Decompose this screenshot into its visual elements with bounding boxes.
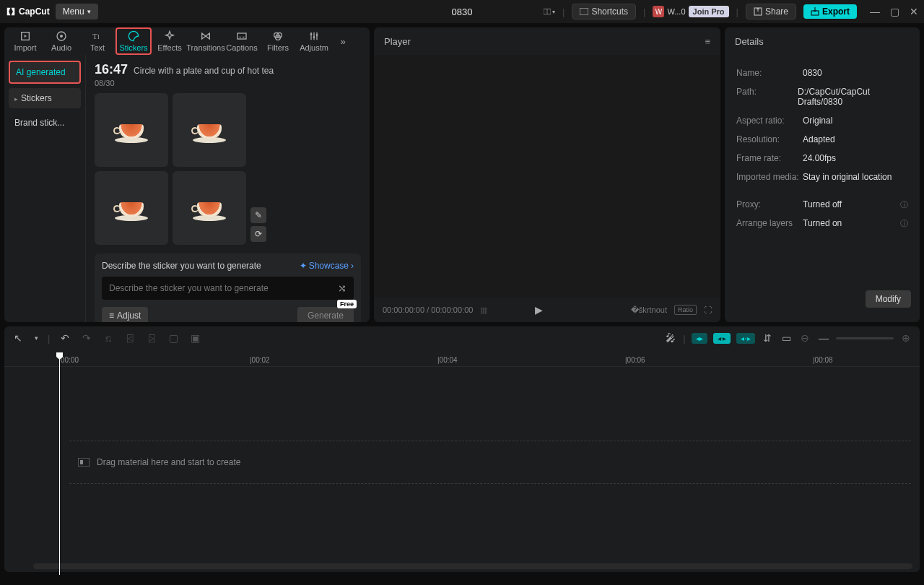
undo-button[interactable]: ↶ [58, 332, 71, 344]
share-button[interactable]: Share [746, 4, 796, 20]
sidebar-item-brand[interactable]: Brand stick... [9, 113, 81, 133]
tab-import[interactable]: Import [7, 27, 43, 55]
tab-effects[interactable]: Effects [152, 27, 188, 55]
detail-fps-label: Frame rate: [736, 153, 803, 163]
details-title: Details [735, 36, 764, 47]
snap-3[interactable]: ◂◦▸ [736, 333, 755, 344]
tab-filters[interactable]: Filters [260, 27, 296, 55]
sticker-result-2[interactable] [173, 93, 246, 167]
titlebar: CapCut Menu▾ 0830 ▾ | Shortcuts | W W...… [0, 0, 924, 23]
zoom-out-icon[interactable]: ⊖ [798, 332, 811, 344]
timeline-toolbar: ↖ ▾ | ↶ ↷ ⎌ ⍃ ⍄ ▢ ▣ 🎤︎ | ◂▸ ◂·▸ ◂◦▸ ⇵ ▭ … [4, 326, 920, 350]
player-menu-icon[interactable]: ≡ [705, 36, 710, 47]
sticker-grid [95, 93, 246, 245]
edit-batch-button[interactable]: ✎ [250, 207, 266, 223]
timeline-scrollbar[interactable] [33, 563, 912, 569]
close-button[interactable]: ✕ [910, 6, 918, 17]
crop-icon[interactable]: �škrtnout [631, 306, 667, 315]
detail-name-label: Name: [736, 68, 803, 78]
svg-rect-17 [78, 458, 90, 467]
split-right-button[interactable]: ⍄ [145, 332, 158, 344]
sidebar-item-ai-generated[interactable]: AI generated [9, 61, 81, 84]
tab-transitions[interactable]: Transitions [188, 27, 224, 55]
prompt-box: Describe the sticker you want to generat… [95, 254, 361, 322]
export-button[interactable]: Export [803, 4, 857, 19]
timeline-ruler[interactable]: 00:00 |00:02 |00:04 |00:06 |00:08 [4, 352, 920, 367]
snap-2[interactable]: ◂·▸ [713, 333, 731, 344]
split-button[interactable]: ⎌ [102, 332, 115, 344]
sidebar-item-stickers[interactable]: Stickers [9, 88, 81, 108]
svg-point-16 [316, 34, 318, 36]
zoom-minus[interactable]: — [817, 332, 830, 344]
ai-generation-area: 16:47 Circle with a plate and cup of hot… [86, 55, 370, 322]
playhead[interactable] [59, 352, 60, 575]
user-pill[interactable]: W W...0 Join Pro [653, 6, 728, 17]
minimize-button[interactable]: — [870, 6, 880, 17]
showcase-button[interactable]: ✦Showcase› [300, 261, 354, 271]
media-icon [78, 458, 90, 467]
link-icon[interactable]: ⇵ [761, 332, 774, 344]
sticker-result-1[interactable] [95, 93, 168, 167]
ratio-button[interactable]: Ratio [674, 305, 697, 315]
share-icon [754, 7, 762, 16]
tab-text[interactable]: TIText [79, 27, 116, 55]
player-panel: Player ≡ 00:00:00:00 / 00:00:00:00 ▥ ▶ �… [374, 27, 720, 322]
timeline-drop-zone[interactable]: Drag material here and start to create [69, 441, 911, 484]
details-panel: Details Name:0830 Path:D:/CapCut/CapCut … [725, 27, 920, 322]
adjust-button[interactable]: ≡Adjust [102, 307, 148, 322]
info-icon[interactable]: ⓘ [900, 199, 908, 210]
compare-icon[interactable]: ▥ [480, 306, 487, 315]
regenerate-button[interactable]: ⟳ [250, 226, 266, 242]
generate-button[interactable]: Generate [297, 307, 354, 322]
zoom-plus[interactable]: ⊕ [899, 332, 912, 344]
pointer-tool[interactable]: ↖ [12, 332, 25, 344]
pointer-dropdown[interactable]: ▾ [33, 334, 39, 342]
layout-icon[interactable]: ▾ [544, 6, 555, 17]
timeline[interactable]: 00:00 |00:02 |00:04 |00:06 |00:08 Drag m… [4, 350, 920, 572]
ruler-mark-3: 00:06 [627, 356, 645, 364]
zoom-slider[interactable] [836, 337, 894, 339]
svg-text:T: T [92, 32, 97, 40]
sticker-icon [128, 30, 139, 42]
capcut-icon [6, 6, 16, 17]
modify-button[interactable]: Modify [866, 290, 911, 308]
sticker-result-3[interactable] [95, 171, 168, 245]
detail-aspect-value: Original [803, 116, 832, 126]
drop-hint-text: Drag material here and start to create [97, 457, 240, 467]
crop-clip-button[interactable]: ▣ [188, 332, 201, 344]
ruler-mark-2: 00:04 [440, 356, 458, 364]
menu-button[interactable]: Menu▾ [56, 4, 98, 20]
tab-stickers[interactable]: Stickers [116, 27, 152, 55]
detail-media-label: Imported media: [736, 172, 803, 182]
redo-button[interactable]: ↷ [80, 332, 93, 344]
maximize-button[interactable]: ▢ [890, 6, 899, 17]
prompt-input[interactable] [109, 283, 338, 293]
teacup-icon [113, 117, 149, 143]
tab-adjustment[interactable]: Adjustm [296, 27, 332, 55]
tab-captions[interactable]: Captions [224, 27, 260, 55]
svg-rect-2 [580, 8, 588, 15]
ruler-mark-1: 00:02 [252, 356, 270, 364]
shortcuts-button[interactable]: Shortcuts [572, 4, 636, 20]
tab-more[interactable]: » [332, 27, 354, 55]
play-button[interactable]: ▶ [535, 304, 543, 316]
sticker-category-list: AI generated Stickers Brand stick... [4, 55, 86, 322]
generation-desc: Circle with a plate and cup of hot tea [134, 66, 274, 76]
shuffle-icon[interactable]: ⤭ [338, 282, 346, 294]
fullscreen-icon[interactable]: ⛶ [704, 306, 712, 314]
tab-audio[interactable]: Audio [43, 27, 79, 55]
svg-rect-10 [237, 33, 246, 39]
detail-proxy-value: Turned off [803, 199, 842, 209]
snap-1[interactable]: ◂▸ [692, 333, 707, 344]
player-viewport[interactable] [374, 55, 720, 298]
detail-layers-label: Arrange layers [736, 218, 803, 228]
sticker-result-4[interactable] [173, 171, 246, 245]
info-icon[interactable]: ⓘ [900, 218, 908, 229]
mic-icon[interactable]: 🎤︎ [664, 332, 677, 344]
delete-button[interactable]: ▢ [167, 332, 180, 344]
split-left-button[interactable]: ⍃ [123, 332, 136, 344]
app-name: CapCut [19, 6, 50, 17]
join-pro-button[interactable]: Join Pro [689, 6, 729, 17]
top-tab-strip: Import Audio TIText Stickers Effects Tra… [4, 27, 370, 55]
preview-icon[interactable]: ▭ [780, 332, 793, 344]
